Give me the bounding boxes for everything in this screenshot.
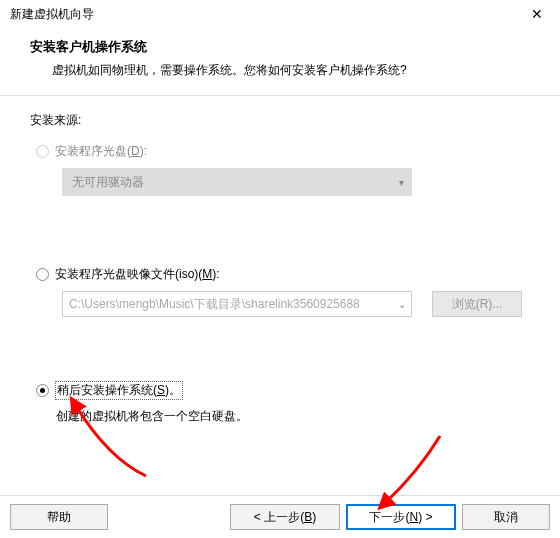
browse-button[interactable]: 浏览(R)... — [432, 291, 522, 317]
radio-label-later: 稍后安装操作系统(S)。 — [55, 381, 183, 400]
cancel-button[interactable]: 取消 — [462, 504, 550, 530]
next-button[interactable]: 下一步(N) > — [346, 504, 456, 530]
titlebar: 新建虚拟机向导 ✕ — [0, 0, 560, 28]
page-title: 安装客户机操作系统 — [30, 38, 530, 56]
option-installer-disc: 安装程序光盘(D): 无可用驱动器 ▾ — [36, 143, 530, 196]
install-source-label: 安装来源: — [30, 112, 530, 129]
radio-label-iso: 安装程序光盘映像文件(iso)(M): — [55, 266, 220, 283]
radio-icon[interactable] — [36, 145, 49, 158]
back-button[interactable]: < 上一步(B) — [230, 504, 340, 530]
radio-group: 安装程序光盘(D): 无可用驱动器 ▾ 安装程序光盘映像文件(iso)(M): … — [36, 143, 530, 425]
radio-label-disc: 安装程序光盘(D): — [55, 143, 147, 160]
blank-disk-hint: 创建的虚拟机将包含一个空白硬盘。 — [56, 408, 530, 425]
option-install-later: 稍后安装操作系统(S)。 创建的虚拟机将包含一个空白硬盘。 — [36, 381, 530, 425]
chevron-down-icon: ▾ — [399, 177, 404, 188]
dropdown-value: 无可用驱动器 — [72, 174, 144, 191]
option-iso-file: 安装程序光盘映像文件(iso)(M): ⌄ 浏览(R)... — [36, 266, 530, 317]
iso-path-input[interactable] — [62, 291, 412, 317]
wizard-content: 安装来源: 安装程序光盘(D): 无可用驱动器 ▾ 安装程序光盘映像文件(iso… — [0, 96, 560, 425]
help-button[interactable]: 帮助 — [10, 504, 108, 530]
page-subtitle: 虚拟机如同物理机，需要操作系统。您将如何安装客户机操作系统? — [52, 62, 530, 79]
drive-dropdown[interactable]: 无可用驱动器 ▾ — [62, 168, 412, 196]
wizard-footer: 帮助 < 上一步(B) 下一步(N) > 取消 — [0, 495, 560, 538]
radio-icon[interactable] — [36, 384, 49, 397]
radio-icon[interactable] — [36, 268, 49, 281]
close-icon[interactable]: ✕ — [514, 0, 560, 28]
wizard-header: 安装客户机操作系统 虚拟机如同物理机，需要操作系统。您将如何安装客户机操作系统? — [0, 28, 560, 96]
window-title: 新建虚拟机向导 — [10, 6, 94, 23]
